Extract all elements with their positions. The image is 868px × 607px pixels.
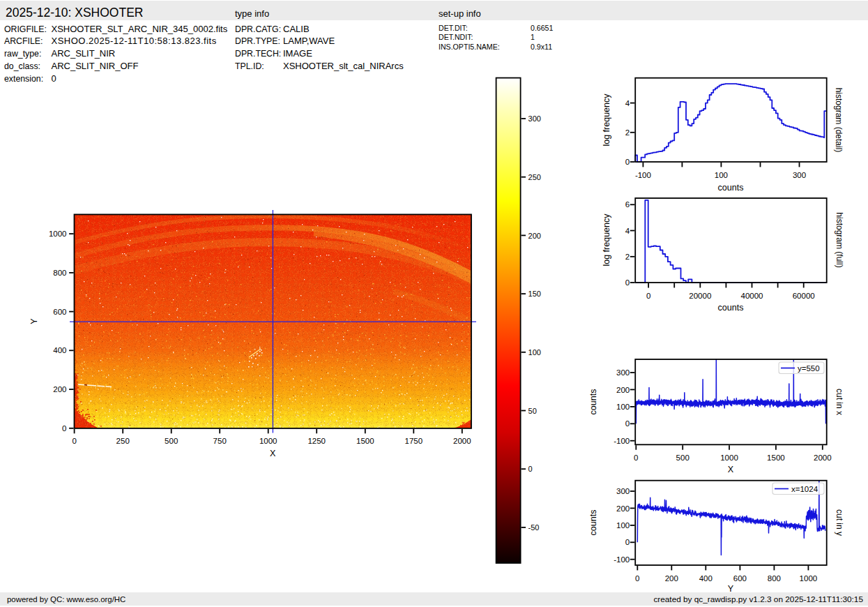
svg-text:1000: 1000 (259, 437, 277, 445)
svg-text:200: 200 (528, 232, 541, 240)
svg-text:50: 50 (528, 407, 537, 415)
svg-text:0: 0 (625, 538, 630, 546)
svg-text:1500: 1500 (356, 437, 374, 445)
svg-text:40000: 40000 (741, 292, 763, 300)
svg-text:DPR.TYPE:: DPR.TYPE: (235, 36, 280, 46)
svg-text:2: 2 (625, 128, 630, 137)
svg-text:counts: counts (588, 510, 598, 536)
svg-text:ARC_SLIT_NIR_OFF: ARC_SLIT_NIR_OFF (52, 61, 139, 71)
svg-text:CALIB: CALIB (283, 24, 310, 34)
svg-text:1250: 1250 (307, 437, 326, 445)
svg-text:DET.DIT:: DET.DIT: (439, 24, 468, 32)
svg-text:0: 0 (625, 419, 630, 428)
svg-text:do_class:: do_class: (4, 61, 40, 71)
svg-text:200: 200 (616, 504, 630, 513)
svg-text:600: 600 (53, 308, 66, 316)
svg-text:4: 4 (625, 227, 630, 235)
svg-text:log frequency: log frequency (602, 93, 611, 147)
svg-text:X: X (270, 449, 276, 458)
svg-text:-100: -100 (614, 555, 630, 564)
svg-text:800: 800 (53, 269, 66, 277)
svg-text:0: 0 (635, 574, 639, 583)
svg-text:X: X (728, 465, 734, 474)
svg-text:extension:: extension: (4, 74, 43, 84)
svg-text:DPR.CATG:: DPR.CATG: (235, 24, 281, 34)
svg-text:0.6651: 0.6651 (531, 24, 554, 32)
svg-text:200: 200 (53, 385, 66, 394)
svg-text:ARC_SLIT_NIR: ARC_SLIT_NIR (52, 48, 116, 59)
svg-text:INS.OPTI5.NAME:: INS.OPTI5.NAME: (439, 43, 500, 51)
svg-text:type info: type info (235, 8, 269, 19)
svg-text:powered by QC: www.eso.org/HC: powered by QC: www.eso.org/HC (7, 595, 125, 604)
svg-text:0: 0 (528, 465, 533, 473)
svg-text:300: 300 (793, 171, 806, 179)
svg-text:150: 150 (528, 290, 541, 298)
svg-text:ORIGFILE:: ORIGFILE: (4, 24, 47, 34)
svg-text:counts: counts (718, 303, 744, 313)
svg-text:TPL.ID:: TPL.ID: (235, 61, 264, 71)
svg-text:1000: 1000 (49, 230, 67, 238)
svg-text:100: 100 (715, 171, 728, 179)
svg-text:cut in y: cut in y (835, 509, 844, 536)
svg-text:0: 0 (634, 454, 638, 462)
svg-text:raw_type:: raw_type: (4, 49, 41, 59)
svg-text:histogram (detail): histogram (detail) (834, 88, 844, 153)
svg-text:0: 0 (646, 292, 650, 300)
svg-text:250: 250 (528, 173, 541, 181)
svg-text:100: 100 (616, 403, 630, 411)
svg-text:20000: 20000 (689, 292, 711, 300)
svg-text:DPR.TECH:: DPR.TECH: (235, 49, 281, 59)
svg-text:500: 500 (165, 437, 178, 445)
svg-text:histogram (full): histogram (full) (835, 212, 844, 267)
svg-text:1750: 1750 (405, 437, 423, 445)
svg-text:ARCFILE:: ARCFILE: (4, 36, 43, 46)
svg-text:750: 750 (213, 437, 227, 445)
svg-text:-100: -100 (635, 171, 651, 179)
svg-text:0.9x11: 0.9x11 (531, 43, 552, 51)
svg-text:2000: 2000 (453, 437, 471, 445)
svg-text:2025-12-10: XSHOOTER: 2025-12-10: XSHOOTER (6, 6, 143, 20)
svg-text:400: 400 (53, 346, 66, 354)
svg-text:1000: 1000 (800, 574, 818, 583)
svg-text:2: 2 (625, 253, 630, 261)
svg-text:100: 100 (528, 348, 541, 357)
svg-text:x=1024: x=1024 (791, 485, 818, 493)
svg-text:250: 250 (116, 437, 130, 445)
svg-text:XSHOOTER_SLT_ARC_NIR_345_0002.: XSHOOTER_SLT_ARC_NIR_345_0002.fits (52, 24, 228, 34)
svg-text:log frequency: log frequency (602, 213, 611, 267)
svg-text:cut in x: cut in x (835, 389, 844, 415)
svg-text:100: 100 (616, 521, 630, 530)
svg-text:300: 300 (616, 487, 630, 495)
svg-text:DET.NDIT:: DET.NDIT: (439, 33, 473, 41)
svg-text:1000: 1000 (720, 454, 738, 462)
svg-text:300: 300 (616, 368, 630, 377)
svg-text:-100: -100 (614, 437, 630, 445)
svg-text:IMAGE: IMAGE (283, 48, 312, 59)
svg-text:800: 800 (768, 574, 781, 583)
svg-text:created by qc_rawdisp.py v1.2.: created by qc_rawdisp.py v1.2.3 on 2025-… (653, 594, 863, 604)
svg-text:300: 300 (528, 114, 541, 123)
svg-text:400: 400 (699, 574, 713, 583)
svg-text:4: 4 (625, 99, 630, 107)
svg-text:200: 200 (616, 386, 630, 394)
svg-text:2000: 2000 (814, 454, 832, 462)
svg-text:counts: counts (588, 389, 598, 415)
svg-text:0: 0 (62, 424, 66, 433)
svg-text:1: 1 (531, 33, 535, 41)
svg-text:y=550: y=550 (798, 364, 820, 373)
svg-text:0: 0 (625, 278, 630, 287)
svg-text:60000: 60000 (793, 292, 815, 300)
svg-text:600: 600 (733, 574, 747, 583)
svg-text:counts: counts (718, 183, 744, 193)
svg-text:0: 0 (625, 158, 630, 166)
svg-text:200: 200 (665, 574, 678, 583)
svg-text:-50: -50 (528, 523, 540, 532)
svg-text:6: 6 (625, 200, 630, 209)
svg-text:1500: 1500 (767, 454, 785, 462)
svg-text:XSHOO.2025-12-11T10:58:13.823.: XSHOO.2025-12-11T10:58:13.823.fits (52, 36, 217, 46)
svg-text:LAMP,WAVE: LAMP,WAVE (283, 36, 335, 46)
svg-text:0: 0 (72, 437, 76, 445)
svg-text:set-up info: set-up info (439, 8, 481, 19)
svg-text:XSHOOTER_slt_cal_NIRArcs: XSHOOTER_slt_cal_NIRArcs (283, 61, 404, 71)
svg-text:Y: Y (728, 584, 734, 594)
